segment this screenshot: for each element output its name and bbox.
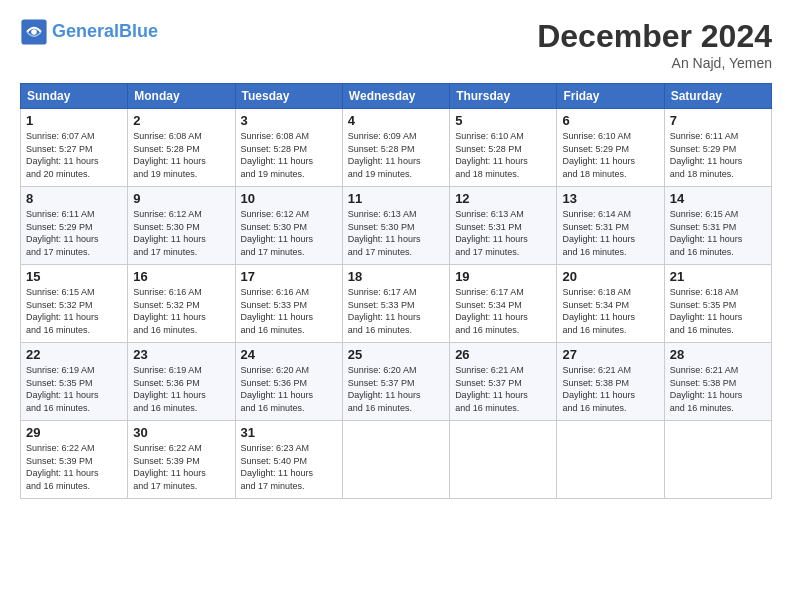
weekday-header: Monday: [128, 84, 235, 109]
day-info: Sunrise: 6:08 AMSunset: 5:28 PMDaylight:…: [133, 130, 229, 180]
day-info: Sunrise: 6:20 AMSunset: 5:37 PMDaylight:…: [348, 364, 444, 414]
day-number: 2: [133, 113, 229, 128]
calendar-cell: 22Sunrise: 6:19 AMSunset: 5:35 PMDayligh…: [21, 343, 128, 421]
calendar-cell: 8Sunrise: 6:11 AMSunset: 5:29 PMDaylight…: [21, 187, 128, 265]
day-number: 24: [241, 347, 337, 362]
calendar-cell: 16Sunrise: 6:16 AMSunset: 5:32 PMDayligh…: [128, 265, 235, 343]
title-block: December 2024 An Najd, Yemen: [537, 18, 772, 71]
day-number: 30: [133, 425, 229, 440]
page: GeneralBlue December 2024 An Najd, Yemen…: [0, 0, 792, 509]
day-info: Sunrise: 6:19 AMSunset: 5:36 PMDaylight:…: [133, 364, 229, 414]
calendar-cell: 24Sunrise: 6:20 AMSunset: 5:36 PMDayligh…: [235, 343, 342, 421]
calendar-week-row: 8Sunrise: 6:11 AMSunset: 5:29 PMDaylight…: [21, 187, 772, 265]
day-info: Sunrise: 6:16 AMSunset: 5:33 PMDaylight:…: [241, 286, 337, 336]
day-number: 10: [241, 191, 337, 206]
day-info: Sunrise: 6:16 AMSunset: 5:32 PMDaylight:…: [133, 286, 229, 336]
calendar-cell: 21Sunrise: 6:18 AMSunset: 5:35 PMDayligh…: [664, 265, 771, 343]
calendar-cell: 31Sunrise: 6:23 AMSunset: 5:40 PMDayligh…: [235, 421, 342, 499]
day-info: Sunrise: 6:10 AMSunset: 5:28 PMDaylight:…: [455, 130, 551, 180]
svg-point-1: [31, 29, 37, 35]
day-info: Sunrise: 6:21 AMSunset: 5:38 PMDaylight:…: [670, 364, 766, 414]
day-info: Sunrise: 6:15 AMSunset: 5:32 PMDaylight:…: [26, 286, 122, 336]
day-info: Sunrise: 6:21 AMSunset: 5:37 PMDaylight:…: [455, 364, 551, 414]
calendar-cell: 17Sunrise: 6:16 AMSunset: 5:33 PMDayligh…: [235, 265, 342, 343]
calendar-cell: 12Sunrise: 6:13 AMSunset: 5:31 PMDayligh…: [450, 187, 557, 265]
calendar-cell: 26Sunrise: 6:21 AMSunset: 5:37 PMDayligh…: [450, 343, 557, 421]
day-number: 17: [241, 269, 337, 284]
day-info: Sunrise: 6:23 AMSunset: 5:40 PMDaylight:…: [241, 442, 337, 492]
day-number: 8: [26, 191, 122, 206]
day-number: 21: [670, 269, 766, 284]
calendar-cell: [342, 421, 449, 499]
calendar-cell: 5Sunrise: 6:10 AMSunset: 5:28 PMDaylight…: [450, 109, 557, 187]
day-info: Sunrise: 6:11 AMSunset: 5:29 PMDaylight:…: [26, 208, 122, 258]
calendar-cell: 10Sunrise: 6:12 AMSunset: 5:30 PMDayligh…: [235, 187, 342, 265]
calendar-cell: 14Sunrise: 6:15 AMSunset: 5:31 PMDayligh…: [664, 187, 771, 265]
day-number: 3: [241, 113, 337, 128]
location: An Najd, Yemen: [537, 55, 772, 71]
calendar-cell: 6Sunrise: 6:10 AMSunset: 5:29 PMDaylight…: [557, 109, 664, 187]
day-info: Sunrise: 6:11 AMSunset: 5:29 PMDaylight:…: [670, 130, 766, 180]
calendar-cell: 25Sunrise: 6:20 AMSunset: 5:37 PMDayligh…: [342, 343, 449, 421]
logo-text: GeneralBlue: [52, 22, 158, 42]
day-number: 7: [670, 113, 766, 128]
logo-icon: [20, 18, 48, 46]
day-info: Sunrise: 6:13 AMSunset: 5:30 PMDaylight:…: [348, 208, 444, 258]
calendar-week-row: 29Sunrise: 6:22 AMSunset: 5:39 PMDayligh…: [21, 421, 772, 499]
day-info: Sunrise: 6:17 AMSunset: 5:34 PMDaylight:…: [455, 286, 551, 336]
calendar-cell: [664, 421, 771, 499]
day-info: Sunrise: 6:12 AMSunset: 5:30 PMDaylight:…: [241, 208, 337, 258]
day-number: 19: [455, 269, 551, 284]
day-number: 31: [241, 425, 337, 440]
day-number: 12: [455, 191, 551, 206]
day-number: 15: [26, 269, 122, 284]
day-info: Sunrise: 6:12 AMSunset: 5:30 PMDaylight:…: [133, 208, 229, 258]
calendar-cell: 11Sunrise: 6:13 AMSunset: 5:30 PMDayligh…: [342, 187, 449, 265]
calendar-cell: 29Sunrise: 6:22 AMSunset: 5:39 PMDayligh…: [21, 421, 128, 499]
calendar-cell: 18Sunrise: 6:17 AMSunset: 5:33 PMDayligh…: [342, 265, 449, 343]
logo: GeneralBlue: [20, 18, 158, 46]
day-info: Sunrise: 6:15 AMSunset: 5:31 PMDaylight:…: [670, 208, 766, 258]
day-info: Sunrise: 6:17 AMSunset: 5:33 PMDaylight:…: [348, 286, 444, 336]
calendar-week-row: 22Sunrise: 6:19 AMSunset: 5:35 PMDayligh…: [21, 343, 772, 421]
calendar: SundayMondayTuesdayWednesdayThursdayFrid…: [20, 83, 772, 499]
calendar-cell: [450, 421, 557, 499]
calendar-cell: 3Sunrise: 6:08 AMSunset: 5:28 PMDaylight…: [235, 109, 342, 187]
day-info: Sunrise: 6:18 AMSunset: 5:34 PMDaylight:…: [562, 286, 658, 336]
day-info: Sunrise: 6:08 AMSunset: 5:28 PMDaylight:…: [241, 130, 337, 180]
day-info: Sunrise: 6:19 AMSunset: 5:35 PMDaylight:…: [26, 364, 122, 414]
day-number: 20: [562, 269, 658, 284]
weekday-header: Friday: [557, 84, 664, 109]
day-info: Sunrise: 6:07 AMSunset: 5:27 PMDaylight:…: [26, 130, 122, 180]
day-number: 11: [348, 191, 444, 206]
day-number: 14: [670, 191, 766, 206]
calendar-week-row: 1Sunrise: 6:07 AMSunset: 5:27 PMDaylight…: [21, 109, 772, 187]
day-number: 26: [455, 347, 551, 362]
calendar-cell: [557, 421, 664, 499]
day-number: 16: [133, 269, 229, 284]
day-info: Sunrise: 6:10 AMSunset: 5:29 PMDaylight:…: [562, 130, 658, 180]
day-info: Sunrise: 6:18 AMSunset: 5:35 PMDaylight:…: [670, 286, 766, 336]
day-number: 25: [348, 347, 444, 362]
weekday-header: Tuesday: [235, 84, 342, 109]
day-info: Sunrise: 6:21 AMSunset: 5:38 PMDaylight:…: [562, 364, 658, 414]
day-number: 1: [26, 113, 122, 128]
header: GeneralBlue December 2024 An Najd, Yemen: [20, 18, 772, 71]
calendar-cell: 13Sunrise: 6:14 AMSunset: 5:31 PMDayligh…: [557, 187, 664, 265]
day-number: 4: [348, 113, 444, 128]
calendar-cell: 30Sunrise: 6:22 AMSunset: 5:39 PMDayligh…: [128, 421, 235, 499]
day-number: 22: [26, 347, 122, 362]
calendar-cell: 1Sunrise: 6:07 AMSunset: 5:27 PMDaylight…: [21, 109, 128, 187]
weekday-header: Saturday: [664, 84, 771, 109]
day-number: 13: [562, 191, 658, 206]
day-info: Sunrise: 6:22 AMSunset: 5:39 PMDaylight:…: [26, 442, 122, 492]
weekday-header: Sunday: [21, 84, 128, 109]
calendar-cell: 4Sunrise: 6:09 AMSunset: 5:28 PMDaylight…: [342, 109, 449, 187]
calendar-cell: 7Sunrise: 6:11 AMSunset: 5:29 PMDaylight…: [664, 109, 771, 187]
day-number: 6: [562, 113, 658, 128]
day-number: 18: [348, 269, 444, 284]
calendar-cell: 2Sunrise: 6:08 AMSunset: 5:28 PMDaylight…: [128, 109, 235, 187]
day-number: 27: [562, 347, 658, 362]
weekday-header-row: SundayMondayTuesdayWednesdayThursdayFrid…: [21, 84, 772, 109]
weekday-header: Thursday: [450, 84, 557, 109]
